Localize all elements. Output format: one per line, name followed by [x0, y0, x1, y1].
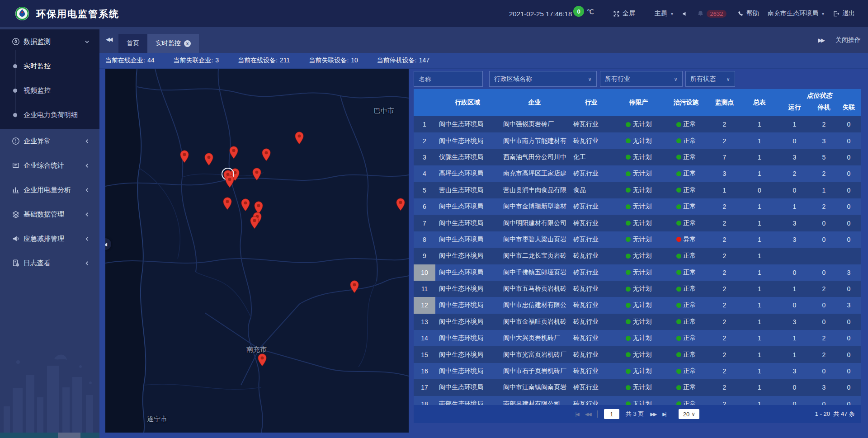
facility-status-text: 正常 [684, 203, 696, 211]
sidebar-item-alert[interactable]: 企业异常 [0, 129, 99, 153]
first-page-icon[interactable]: |◀ [576, 411, 579, 417]
theme-dropdown[interactable]: 主题 ▾ [655, 0, 673, 27]
status-dot-icon [626, 204, 631, 209]
tabs-scroll-left-icon[interactable]: ◀◀ [106, 36, 111, 42]
map-pin-icon[interactable] [225, 175, 234, 188]
table-row[interactable]: 12阆中生态环境局阆中市忠信建材有限公砖瓦行业无计划正常21003 [414, 297, 861, 313]
tab-close-icon[interactable]: x [184, 40, 191, 47]
cell-industry: 砖瓦行业 [570, 367, 613, 375]
map-pin-icon[interactable] [223, 197, 232, 210]
table-row[interactable]: 14阆中生态环境局阆中大兴页岩机砖厂砖瓦行业无计划正常21120 [414, 330, 861, 346]
cell-monitor-count: 2 [708, 252, 741, 259]
map-pin-icon[interactable] [262, 148, 271, 161]
name-input[interactable] [419, 75, 478, 83]
cell-run-count: 0 [778, 187, 811, 194]
map-pin-icon[interactable] [241, 198, 250, 211]
facility-status-text: 正常 [684, 301, 696, 309]
table-row[interactable]: 17阆中生态环境局阆中市江南镇阆南页岩砖瓦行业无计划正常21030 [414, 379, 861, 396]
page-size-select[interactable]: 20 ∨ [679, 409, 699, 419]
table-row[interactable]: 5营山生态环境局营山县润丰肉食品有限食品无计划正常10010 [414, 182, 861, 198]
sidebar-subitem[interactable]: 实时监控 [0, 54, 99, 78]
stop-status-text: 无计划 [633, 400, 652, 405]
cell-industry: 食品 [570, 186, 613, 194]
table-row[interactable]: 2阆中生态环境局阆中市南方节能建材有砖瓦行业无计划正常21030 [414, 132, 861, 149]
table-row[interactable]: 3仪陇生态环境局西南油气田分公司川中化工无计划正常71350 [414, 149, 861, 165]
stats-bar: 当前在线企业:44当前失联企业:3当前在线设备:211当前失联设备:10当前停机… [99, 53, 868, 69]
table-row[interactable]: 7阆中生态环境局阆中明阳建材有限公司砖瓦行业无计划正常21300 [414, 215, 861, 231]
help-button[interactable]: 帮助 [737, 0, 759, 27]
cell-region: 阆中生态环境局 [435, 219, 500, 227]
table-row[interactable]: 8阆中生态环境局阆中市枣碧大梁山页岩砖瓦行业无计划异常21300 [414, 231, 861, 248]
logout-button[interactable]: 退出 [833, 0, 855, 27]
table-row[interactable]: 1阆中生态环境局阆中强锐页岩砖厂砖瓦行业无计划正常21120 [414, 116, 861, 132]
table-row[interactable]: 13阆中生态环境局阆中市金福旺页岩机砖砖瓦行业无计划正常21300 [414, 314, 861, 330]
map-pin-icon[interactable] [295, 132, 304, 144]
status-filter-select[interactable]: 所有状态 ∨ [685, 71, 735, 87]
table-row[interactable]: 18南部生态环境局南部县建材有限公司砖瓦行业无计划正常21000 [414, 396, 861, 405]
sidebar-item-layers[interactable]: 基础数据管理 [0, 202, 99, 226]
cell-stop-status: 无计划 [613, 285, 665, 293]
page-number-input[interactable] [604, 409, 619, 419]
table-row[interactable]: 4高坪生态环境局南充市高坪区王家店建砖瓦行业无计划正常31220 [414, 165, 861, 182]
region-filter-select[interactable]: 行政区域名称 ∨ [489, 71, 597, 87]
table-row[interactable]: 11阆中生态环境局阆中市五马桥页岩机砖砖瓦行业无计划正常21120 [414, 281, 861, 297]
tab-item[interactable]: 首页 [118, 34, 147, 53]
cell-monitor-count: 2 [708, 301, 741, 309]
map-pin-icon[interactable] [204, 153, 213, 165]
map-pin-icon[interactable] [252, 168, 261, 180]
cell-company: 南充市高坪区王家店建 [500, 170, 570, 178]
table-row[interactable]: 16阆中生态环境局阆中市石子页岩机砖厂砖瓦行业无计划正常21300 [414, 363, 861, 379]
table-row[interactable]: 6阆中生态环境局阆中市金博瑞新型墙材砖瓦行业无计划正常21120 [414, 198, 861, 215]
sidebar-item-horn[interactable]: 应急减排管理 [0, 226, 99, 251]
table-row[interactable]: 9阆中生态环境局阆中市二龙长宝页岩砖砖瓦行业无计划正常21 [414, 248, 861, 264]
sidebar-subitem[interactable]: 视频监控 [0, 78, 99, 103]
sidebar-item-chart[interactable]: 企业用电量分析 [0, 178, 99, 202]
map-pin-icon[interactable] [229, 146, 238, 159]
prev-page-icon[interactable]: ◀◀ [585, 411, 591, 417]
tab-item[interactable]: 实时监控x [147, 34, 199, 53]
cell-company: 营山县润丰肉食品有限 [500, 186, 570, 194]
row-index: 14 [414, 330, 435, 346]
row-index: 11 [414, 281, 435, 297]
fullscreen-button[interactable]: 全屏 [613, 0, 635, 27]
sidebar-subitem[interactable]: 企业电力负荷明细 [0, 103, 99, 127]
last-page-icon[interactable]: ▶| [662, 411, 665, 417]
sidebar-item-label: 企业用电量分析 [24, 186, 71, 194]
cell-halt-count: 0 [811, 220, 836, 227]
notification-bell[interactable]: 2632 [697, 0, 726, 27]
facility-status-text: 正常 [684, 219, 696, 227]
map-panel[interactable]: ◀ 巴中市南充市遂宁市 [105, 69, 409, 433]
pager-divider [597, 410, 598, 418]
next-page-icon[interactable]: ▶▶ [650, 411, 656, 417]
map-pin-icon[interactable] [250, 216, 259, 229]
map-pin-icon[interactable] [396, 198, 405, 211]
tabs-scroll-right-icon[interactable]: ▶▶ [818, 37, 824, 43]
map-pin-icon[interactable] [350, 280, 359, 293]
status-dot-icon [626, 303, 631, 308]
industry-filter-select[interactable]: 所有行业 ∨ [600, 71, 683, 87]
mute-speaker-icon[interactable] [682, 0, 688, 27]
cell-industry: 砖瓦行业 [570, 318, 613, 326]
stop-status-text: 无计划 [633, 383, 652, 391]
table-row[interactable]: 15阆中生态环境局阆中市光富页岩机砖厂砖瓦行业无计划正常21120 [414, 346, 861, 363]
sidebar-item-log[interactable]: 日志查看 [0, 251, 99, 275]
cell-total-meter: 1 [741, 137, 778, 145]
name-filter-input[interactable] [414, 71, 483, 87]
filter-bar: 行政区域名称 ∨ 所有行业 ∨ 所有状态 ∨ [414, 71, 861, 87]
map-pin-icon[interactable] [180, 150, 189, 163]
close-operations-button[interactable]: 关闭操作 [835, 36, 861, 44]
map-pin-icon[interactable] [258, 353, 267, 366]
cell-stop-status: 无计划 [613, 400, 665, 405]
cell-region: 营山生态环境局 [435, 186, 500, 194]
table-row[interactable]: 10阆中生态环境局阆中千佛镇五郎垭页岩砖瓦行业无计划正常21003 [414, 264, 861, 281]
cell-facility-status: 正常 [665, 153, 708, 161]
row-index: 9 [414, 248, 435, 264]
row-index: 17 [414, 379, 435, 396]
stat-label: 当前失联企业: [173, 57, 213, 64]
sidebar-item-board[interactable]: 企业综合统计 [0, 153, 99, 178]
cell-company: 西南油气田分公司川中 [500, 153, 570, 161]
cell-monitor-count: 2 [708, 400, 741, 405]
user-dropdown[interactable]: 南充市生态环境局 ▾ [768, 0, 824, 27]
submenu-dot-icon [13, 89, 17, 93]
caret-down-icon: ▾ [822, 11, 824, 16]
